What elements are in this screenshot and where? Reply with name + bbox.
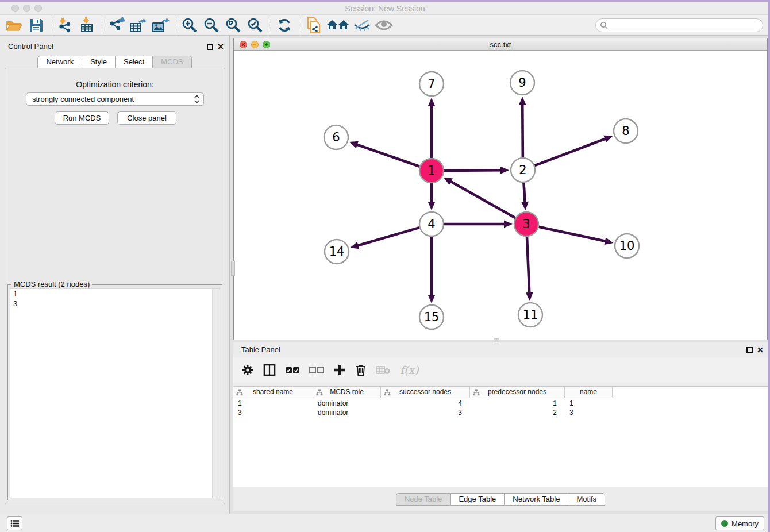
cell-name[interactable]: 1 xyxy=(565,399,613,408)
edge-3-1[interactable] xyxy=(449,181,515,218)
arrowhead-1-6 xyxy=(349,141,359,148)
node-label-3: 3 xyxy=(522,217,530,231)
tab-network-table[interactable]: Network Table xyxy=(505,493,568,506)
search-input[interactable] xyxy=(595,18,763,32)
cell-successor-nodes[interactable]: 4 xyxy=(381,399,470,408)
network-canvas[interactable]: 7968124314101511 xyxy=(234,51,767,340)
export-network-icon xyxy=(107,17,126,34)
cell-predecessor-nodes[interactable]: 2 xyxy=(470,408,565,417)
delete-column-button[interactable] xyxy=(355,364,367,376)
save-icon xyxy=(29,18,44,33)
home-network-button[interactable] xyxy=(325,16,351,34)
edge-2-9[interactable] xyxy=(522,103,523,157)
import-table-icon xyxy=(79,17,96,34)
export-table-button[interactable] xyxy=(128,16,149,34)
refresh-icon xyxy=(276,17,292,33)
table-row-1[interactable]: 1dominator411 xyxy=(233,399,768,408)
close-panel-icon[interactable]: ✕ xyxy=(217,42,224,51)
tab-select[interactable]: Select xyxy=(116,56,153,68)
network-file-button[interactable] xyxy=(303,16,325,34)
import-network-button[interactable] xyxy=(55,16,76,34)
cell-MCDS-role[interactable]: dominator xyxy=(313,399,381,408)
status-bar: Memory xyxy=(0,514,770,532)
cell-name[interactable]: 3 xyxy=(565,408,613,417)
columns-icon xyxy=(263,364,276,376)
tab-network[interactable]: Network xyxy=(37,56,82,68)
select-all-button[interactable] xyxy=(285,365,300,375)
task-history-button[interactable] xyxy=(7,516,22,530)
edge-3-11[interactable] xyxy=(527,237,529,294)
column-header-successor-nodes[interactable]: successor nodes xyxy=(381,387,470,398)
hide-selected-button[interactable] xyxy=(351,16,373,34)
column-header-MCDS-role[interactable]: MCDS role xyxy=(313,387,381,398)
export-image-button[interactable] xyxy=(149,16,171,34)
export-network-button[interactable] xyxy=(106,16,128,34)
column-header-predecessor-nodes[interactable]: predecessor nodes xyxy=(470,387,565,398)
edge-1-6[interactable] xyxy=(356,144,419,167)
plus-icon xyxy=(333,364,346,376)
toolbar-separator xyxy=(51,17,51,33)
table-row-2[interactable]: 3dominator323 xyxy=(233,408,768,417)
tab-edge-table[interactable]: Edge Table xyxy=(451,493,505,506)
deselect-all-icon xyxy=(309,365,324,375)
arrowhead-4-3 xyxy=(504,221,513,228)
node-label-9: 9 xyxy=(518,76,526,90)
settings-gear-button[interactable] xyxy=(241,364,254,376)
node-label-10: 10 xyxy=(619,239,635,253)
tab-mcds[interactable]: MCDS xyxy=(153,56,191,68)
optimization-criterion-label: Optimization criterion: xyxy=(5,80,225,89)
network-window-titlebar[interactable]: ✕ − + scc.txt xyxy=(234,38,767,51)
run-mcds-button[interactable]: Run MCDS xyxy=(55,111,109,125)
tab-node-table[interactable]: Node Table xyxy=(396,493,451,506)
zoom-in-button[interactable] xyxy=(179,16,201,34)
save-session-button[interactable] xyxy=(25,16,47,34)
cell-predecessor-nodes[interactable]: 1 xyxy=(470,399,565,408)
mcds-result-textarea[interactable]: 13 xyxy=(10,288,220,498)
zoom-out-icon xyxy=(203,17,220,34)
control-panel: Control Panel ✕ NetworkStyleSelectMCDS O… xyxy=(0,36,230,514)
refresh-button[interactable] xyxy=(274,16,295,34)
memory-button[interactable]: Memory xyxy=(715,516,764,530)
close-panel-button[interactable]: Close panel xyxy=(117,111,176,125)
column-header-shared-name[interactable]: shared name xyxy=(233,387,313,398)
add-column-button[interactable] xyxy=(333,364,346,376)
column-header-name[interactable]: name xyxy=(565,387,613,398)
edge-2-8[interactable] xyxy=(535,138,607,165)
close-table-panel-icon[interactable]: ✕ xyxy=(757,345,764,354)
float-panel-icon[interactable] xyxy=(207,44,213,50)
tab-style[interactable]: Style xyxy=(82,56,116,68)
node-label-1: 1 xyxy=(428,164,435,178)
edge-3-10[interactable] xyxy=(538,227,606,242)
cell-shared-name[interactable]: 1 xyxy=(233,399,313,408)
export-image-icon xyxy=(151,17,170,34)
delete-table-button[interactable] xyxy=(376,365,391,375)
cell-shared-name[interactable]: 3 xyxy=(233,408,313,417)
column-header-label: name xyxy=(580,388,597,396)
criterion-dropdown[interactable]: strongly connected component xyxy=(26,92,204,106)
zoom-out-button[interactable] xyxy=(201,16,222,34)
zoom-fit-button[interactable] xyxy=(222,16,244,34)
edge-1-2[interactable] xyxy=(444,170,502,171)
column-header-label: shared name xyxy=(253,388,293,396)
import-table-button[interactable] xyxy=(76,16,98,34)
toolbar-separator xyxy=(299,17,299,33)
node-label-2: 2 xyxy=(519,163,526,177)
horizontal-splitter-grip[interactable] xyxy=(494,338,499,342)
cell-MCDS-role[interactable]: dominator xyxy=(313,408,381,417)
tab-motifs[interactable]: Motifs xyxy=(568,493,605,506)
deselect-all-button[interactable] xyxy=(309,365,324,375)
vertical-splitter-grip[interactable] xyxy=(231,261,235,276)
function-builder-button[interactable]: f(x) xyxy=(400,364,419,376)
show-all-button[interactable] xyxy=(373,16,395,34)
dropdown-stepper-icon xyxy=(194,95,199,103)
result-scrollbar[interactable] xyxy=(212,289,220,498)
edge-2-3[interactable] xyxy=(523,183,525,203)
show-columns-button[interactable] xyxy=(263,364,276,376)
edge-4-14[interactable] xyxy=(357,228,419,246)
zoom-selected-button[interactable] xyxy=(244,16,266,34)
float-table-panel-icon[interactable] xyxy=(746,347,753,353)
arrowhead-2-9 xyxy=(519,97,526,105)
toolbar-separator xyxy=(102,17,102,33)
cell-successor-nodes[interactable]: 3 xyxy=(381,408,470,417)
open-file-button[interactable] xyxy=(3,16,25,34)
